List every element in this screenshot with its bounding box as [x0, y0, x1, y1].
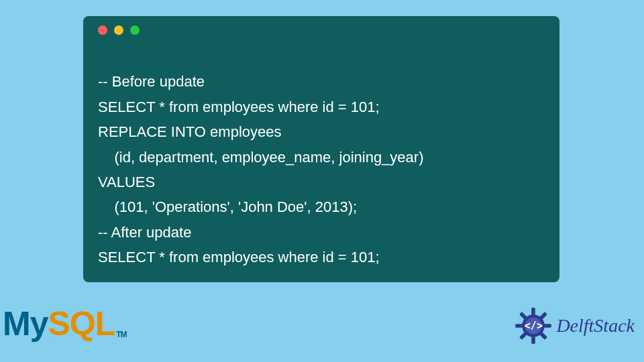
code-line: (id, department, employee_name, joining_… — [98, 149, 423, 166]
svg-rect-2 — [532, 337, 536, 344]
delftstack-logo: </> DelftStack — [515, 307, 635, 345]
svg-rect-3 — [515, 324, 523, 328]
code-line: REPLACE INTO employees — [98, 123, 281, 140]
code-line: -- After update — [98, 224, 191, 241]
minimize-icon — [114, 25, 123, 35]
code-line: VALUES — [98, 174, 155, 190]
code-line: SELECT * from employees where id = 101; — [98, 99, 380, 115]
code-brackets-icon: </> — [525, 320, 543, 332]
mysql-logo-tm: TM — [116, 330, 126, 339]
mysql-logo: MySQLTM — [3, 304, 127, 343]
code-line: -- Before update — [98, 73, 205, 90]
code-window: -- Before update SELECT * from employees… — [83, 16, 559, 282]
mysql-logo-sql: SQL — [48, 305, 115, 343]
svg-rect-1 — [532, 308, 536, 315]
delftstack-emblem: </> — [515, 307, 552, 345]
delftstack-text: DelftStack — [556, 315, 635, 337]
code-line: SELECT * from employees where id = 101; — [98, 249, 380, 265]
code-line: (101, 'Operations', 'John Doe', 2013); — [98, 198, 357, 215]
maximize-icon — [130, 25, 140, 35]
svg-rect-4 — [544, 324, 551, 328]
code-block: -- Before update SELECT * from employees… — [98, 44, 545, 270]
close-icon — [98, 25, 107, 35]
mysql-logo-my: My — [3, 305, 48, 343]
window-controls — [98, 25, 545, 35]
